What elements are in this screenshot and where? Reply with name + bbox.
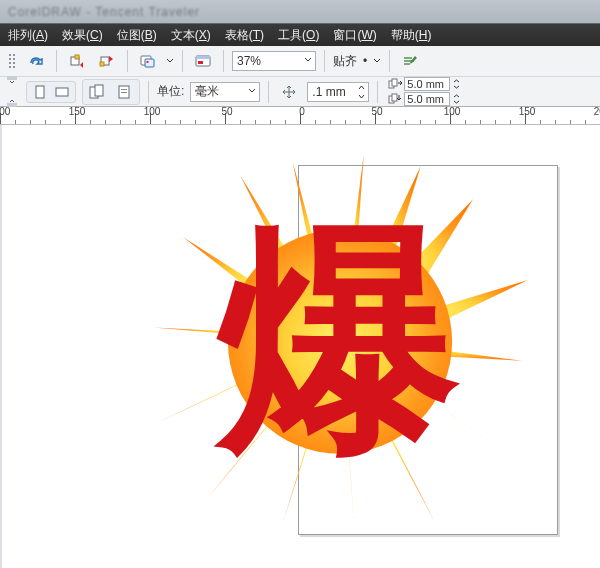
menu-help[interactable]: 帮助(H) [391,27,432,44]
export-button[interactable] [95,50,119,72]
menu-tools[interactable]: 工具(O) [278,27,319,44]
redo-button[interactable] [24,50,48,72]
nudge-distance-input[interactable]: .1 mm [307,82,369,102]
dock-top-icon[interactable] [6,69,18,91]
page-orientation-group [26,81,76,103]
ruler-label: 150 [65,107,89,117]
menu-bitmap[interactable]: 位图(B) [117,27,157,44]
units-select[interactable]: 毫米 [190,82,260,102]
landscape-button[interactable] [52,83,72,101]
welcome-screen-button[interactable] [191,50,215,72]
svg-rect-4 [13,54,15,56]
svg-rect-18 [7,76,17,80]
portrait-button[interactable] [30,83,50,101]
menu-table[interactable]: 表格(T) [225,27,264,44]
svg-rect-30 [392,94,397,101]
ruler-label: 100 [440,107,464,117]
page-apply-group [82,79,140,105]
separator [223,50,224,72]
separator [324,50,325,72]
svg-rect-0 [9,54,11,56]
ruler-label: 200 [590,107,600,117]
nudge-icon[interactable] [277,81,301,103]
ruler-label: 0 [290,107,314,117]
zoom-level-select[interactable]: 37% [232,51,316,71]
menu-bar: 排列(A) 效果(C) 位图(B) 文本(X) 表格(T) 工具(O) 窗口(W… [0,24,600,46]
spinner-icon[interactable] [452,78,461,90]
separator [148,81,149,103]
separator [56,50,57,72]
dropdown-icon[interactable] [166,54,174,68]
toolbar-row-2: 单位: 毫米 .1 mm 5.0 mm 5.0 mm [0,76,600,106]
dup-y-icon [388,93,402,105]
svg-rect-6 [13,62,15,64]
snap-label: 贴齐 [333,53,357,70]
ruler-label: 50 [215,107,239,117]
zoom-value: 37% [237,54,261,68]
svg-rect-9 [75,55,79,59]
vertical-ruler-edge [0,125,2,568]
svg-rect-14 [147,61,149,63]
svg-rect-13 [145,59,154,67]
artwork-explosion-glyph[interactable]: 爆 [150,147,530,527]
toolbars: 37% 贴齐 • [0,46,600,107]
ruler-label: 200 [0,107,14,117]
menu-window[interactable]: 窗口(W) [333,27,376,44]
svg-rect-23 [95,85,103,96]
separator [377,81,378,103]
separator [127,50,128,72]
svg-rect-16 [196,56,210,59]
dup-y-input[interactable]: 5.0 mm [404,92,450,106]
svg-rect-7 [13,66,15,68]
svg-rect-5 [13,58,15,60]
spinner[interactable] [356,83,367,101]
all-pages-button[interactable] [86,81,110,103]
ruler-label: 150 [515,107,539,117]
menu-effects[interactable]: 效果(C) [62,27,103,44]
separator [389,50,390,72]
svg-rect-2 [9,62,11,64]
duplicate-distance-group: 5.0 mm 5.0 mm [388,77,461,106]
units-value: 毫米 [195,83,219,100]
menu-text[interactable]: 文本(X) [171,27,211,44]
snap-dot-icon: • [363,54,367,68]
toolbar-row-1: 37% 贴齐 • [0,46,600,76]
spinner-icon[interactable] [452,93,461,105]
dup-x-icon [388,78,402,90]
ruler-label: 100 [140,107,164,117]
window-title: CorelDRAW - Tencent Traveler [8,5,200,19]
svg-rect-25 [121,89,127,90]
svg-rect-3 [9,66,11,68]
ruler-label: 50 [365,107,389,117]
import-button[interactable] [65,50,89,72]
separator [182,50,183,72]
horizontal-ruler[interactable]: 20015010050050100150200 [0,107,600,125]
chevron-down-icon[interactable] [373,54,381,68]
chevron-down-icon [248,87,256,95]
separator [268,81,269,103]
glyph-text: 爆 [213,204,462,476]
svg-rect-26 [121,92,127,93]
svg-rect-21 [56,88,68,96]
canvas-area[interactable]: 爆 [0,125,600,568]
menu-arrange[interactable]: 排列(A) [8,27,48,44]
dup-x-input[interactable]: 5.0 mm [404,77,450,91]
svg-rect-1 [9,58,11,60]
svg-rect-17 [198,61,203,64]
units-label: 单位: [157,83,184,100]
nudge-value: .1 mm [312,85,345,99]
svg-rect-11 [100,62,104,66]
chevron-down-icon [304,56,312,64]
svg-rect-20 [36,86,44,98]
current-page-button[interactable] [112,81,136,103]
options-button[interactable] [398,50,422,72]
title-bar: CorelDRAW - Tencent Traveler [0,0,600,24]
app-launch-button[interactable] [136,50,160,72]
svg-rect-28 [392,79,397,86]
